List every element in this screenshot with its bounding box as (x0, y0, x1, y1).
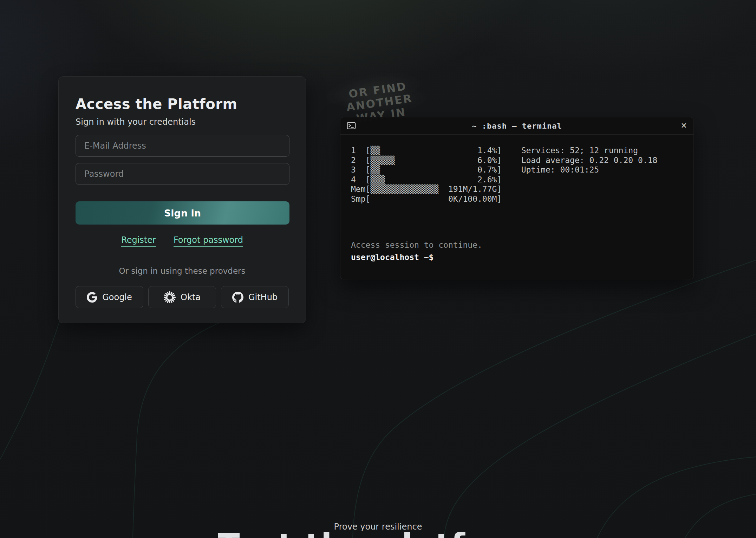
provider-button-github[interactable]: GitHub (221, 286, 289, 308)
provider-label: Google (102, 292, 132, 302)
forgot-password-link[interactable]: Forgot password (174, 235, 243, 247)
terminal-window: ~ :bash — terminal ✕ 1 [▒▒ 1.4%] Service… (340, 117, 694, 279)
okta-icon (164, 291, 176, 303)
register-link[interactable]: Register (121, 235, 156, 247)
provider-button-okta[interactable]: Okta (148, 286, 216, 308)
terminal-monitor-line: 4 [▒▒▒ 2.6%] (351, 175, 693, 185)
terminal-monitor-line: Mem[▒▒▒▒▒▒▒▒▒▒▒▒▒▒ 191M/1.77G] (351, 184, 693, 194)
terminal-close-button[interactable]: ✕ (677, 122, 687, 130)
terminal-monitor-line: Smp[ 0K/100.00M] (351, 194, 693, 204)
terminal-icon (347, 121, 357, 130)
terminal-prompt[interactable]: user@localhost ~$ (351, 253, 693, 262)
terminal-body: 1 [▒▒ 1.4%] Services: 52; 12 running 2 [… (340, 135, 693, 262)
terminal-monitor-line: 2 [▒▒▒▒▒ 6.0%] Load average: 0.22 0.20 0… (351, 156, 693, 166)
provider-buttons: Google Okta (76, 286, 289, 308)
terminal-title: ~ :bash — terminal (357, 122, 677, 130)
google-icon (87, 292, 97, 303)
terminal-title-bar[interactable]: ~ :bash — terminal ✕ (340, 117, 693, 135)
terminal-monitor-line: 1 [▒▒ 1.4%] Services: 52; 12 running (351, 146, 693, 156)
terminal-message: Access session to continue. (351, 240, 693, 250)
provider-label: GitHub (248, 292, 278, 302)
login-card: Access the Platform Sign in with your cr… (58, 76, 306, 323)
card-title: Access the Platform (76, 96, 289, 112)
page-background: { "colors": { "accent_mint": "#7ee3c3", … (0, 0, 756, 538)
hero-vertical-divider (46, 211, 46, 538)
close-icon: ✕ (681, 121, 687, 130)
prompt-symbol: ~$ (419, 253, 434, 262)
providers-caption: Or sign in using these provders (76, 266, 289, 276)
github-icon (232, 292, 243, 303)
sign-in-button[interactable]: Sign in (76, 201, 289, 225)
terminal-monitor-line: 3 [▒▒ 0.7%] Uptime: 00:01:25 (351, 165, 693, 175)
auth-links: Register Forgot password (76, 235, 289, 247)
card-subtitle: Sign in with your credentials (76, 117, 289, 127)
provider-button-google[interactable]: Google (76, 286, 143, 308)
email-field[interactable] (76, 135, 289, 157)
prompt-user: user@localhost (351, 253, 419, 262)
partial-heading: Test the platform (0, 530, 756, 538)
provider-label: Okta (181, 292, 201, 302)
password-field[interactable] (76, 163, 289, 185)
